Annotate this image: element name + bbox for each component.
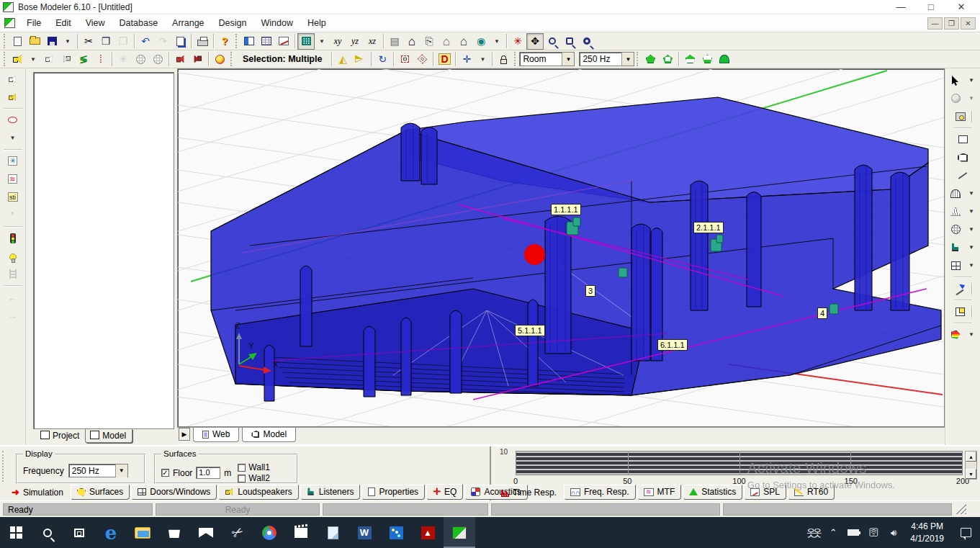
help-button[interactable]: ?	[216, 33, 233, 50]
coverage-a-button[interactable]	[681, 51, 698, 68]
speaker-pair-button[interactable]	[40, 51, 58, 68]
chevron-down-icon[interactable]: ▼	[562, 53, 574, 66]
camera-view-button[interactable]: ◉	[472, 33, 490, 50]
toolbar-grip[interactable]	[637, 52, 639, 66]
back-button[interactable]: ←	[4, 289, 22, 305]
curved-wall-dropdown[interactable]: ▼	[964, 185, 979, 202]
ellipse-dropdown[interactable]: ▼	[6, 130, 20, 146]
view-yz-button[interactable]: yz	[346, 33, 364, 50]
close-button[interactable]: ✕	[956, 1, 967, 12]
menu-help[interactable]: Help	[300, 16, 333, 30]
loudspeaker-dropdown[interactable]: ▼	[26, 51, 40, 68]
curtain-button[interactable]	[716, 51, 733, 68]
ellipse-tool-button[interactable]	[4, 112, 22, 128]
star-tool-button[interactable]: ✳	[114, 51, 132, 68]
speaker-label[interactable]: 3	[585, 285, 595, 297]
toolbar-grip[interactable]	[514, 52, 517, 66]
task-view-button[interactable]	[63, 517, 95, 548]
notepad-button[interactable]	[317, 517, 349, 548]
echo-button[interactable]: ❜	[4, 207, 22, 223]
tab-loudspeakers[interactable]: Loudspeakers	[218, 485, 298, 500]
loudspeaker-button[interactable]	[9, 51, 26, 68]
sti-button[interactable]: sti	[4, 189, 22, 205]
start-button[interactable]	[0, 517, 32, 548]
array-wizard-button[interactable]: ≶	[75, 51, 92, 68]
speaker-label[interactable]: 1.1.1.1	[551, 204, 581, 215]
traffic-light-button[interactable]	[4, 230, 22, 246]
project-window-button[interactable]	[240, 33, 258, 50]
measure-tool-button[interactable]	[952, 108, 969, 125]
floor-height-input[interactable]: 1.0	[196, 467, 220, 479]
volume-icon[interactable]: 🔊︎	[884, 517, 903, 548]
toolbar-grip[interactable]	[4, 52, 6, 66]
ungroup-button[interactable]	[413, 51, 431, 68]
tab-surfaces[interactable]: Surfaces	[71, 485, 130, 500]
surface-hollow-button[interactable]	[659, 51, 676, 68]
solo-speaker-button[interactable]	[189, 51, 206, 68]
new-document-button[interactable]	[9, 33, 26, 50]
direct-field-button[interactable]: D	[436, 51, 453, 68]
speaker-label[interactable]: 5.1.1.1	[515, 325, 545, 336]
mapping-tool-button[interactable]	[947, 326, 964, 343]
tab-simulation[interactable]: ➜ Simulation	[6, 484, 69, 500]
fan-surface-button[interactable]	[947, 203, 964, 220]
mirror-h-button[interactable]: ◭	[351, 51, 369, 68]
zoom-window-button[interactable]	[561, 33, 578, 50]
origin-dropdown[interactable]: ▼	[475, 51, 490, 68]
save-dropdown[interactable]: ▼	[60, 33, 75, 50]
rotate-button[interactable]: ↻	[374, 51, 391, 68]
action-center-button[interactable]	[951, 517, 980, 548]
chart-scrollbar[interactable]: ▲ ▼	[965, 451, 977, 480]
minimize-button[interactable]: —	[895, 1, 907, 12]
speaker-pair-a-button[interactable]	[4, 71, 22, 87]
cut-button[interactable]: ✂	[80, 33, 97, 50]
search-button[interactable]	[32, 517, 63, 548]
speaker-pair-b-button[interactable]	[4, 89, 22, 105]
copy-button[interactable]: ❐	[97, 33, 114, 50]
speaker-label[interactable]: 2.1.1.1	[693, 222, 724, 233]
balloon-button[interactable]	[132, 51, 149, 68]
project-tree-area[interactable]	[33, 72, 174, 429]
edge-button[interactable]: e	[95, 517, 127, 548]
frequency-combo[interactable]: 250 Hz ▼	[579, 52, 634, 66]
axes-button[interactable]: ✳	[509, 33, 526, 50]
menu-file[interactable]: File	[19, 16, 48, 30]
coverage-b-button[interactable]	[698, 51, 716, 68]
word-button[interactable]: W	[349, 517, 380, 548]
rectangle-tool-button[interactable]	[954, 131, 971, 148]
wall2-checkbox[interactable]	[238, 475, 246, 482]
grid-toggle-button[interactable]	[297, 33, 315, 50]
menu-database[interactable]: Database	[112, 16, 166, 30]
tab-model[interactable]: Model	[85, 429, 132, 443]
photos-app-button[interactable]	[380, 517, 412, 548]
listener-tool-button[interactable]	[947, 239, 964, 256]
people-icon[interactable]: 옷옷	[804, 517, 822, 548]
export-report-button[interactable]	[171, 33, 189, 50]
listener-position-marker[interactable]	[524, 244, 545, 265]
chevron-down-icon[interactable]: ▼	[621, 53, 634, 66]
render-ball-button[interactable]	[211, 51, 228, 68]
mail-button[interactable]	[190, 517, 222, 548]
ray-trace-button[interactable]: ≋	[4, 171, 22, 187]
tab-statistics[interactable]: Statistics	[683, 485, 742, 500]
acrobat-button[interactable]: ▲	[412, 517, 444, 548]
menu-view[interactable]: View	[78, 16, 112, 30]
file-explorer-button[interactable]	[127, 517, 158, 548]
floor-checkbox[interactable]: ✓	[161, 469, 169, 477]
panel-grip[interactable]	[2, 451, 5, 482]
print-button[interactable]	[194, 33, 211, 50]
tab-scroll-button[interactable]: ▶	[179, 428, 190, 441]
mdi-minimize-button[interactable]: —	[927, 17, 943, 30]
point-source-button[interactable]: ✳	[4, 153, 22, 169]
toolbar-grip[interactable]	[235, 34, 238, 48]
data-table-button[interactable]	[258, 33, 275, 50]
open-view-button[interactable]: ⎘	[421, 33, 438, 50]
select-dropdown[interactable]: ▼	[964, 72, 979, 89]
store-button[interactable]	[158, 517, 190, 548]
menu-window[interactable]: Window	[254, 16, 300, 30]
tab-listeners[interactable]: Listeners	[300, 485, 361, 500]
scroll-up-button[interactable]: ▲	[966, 452, 976, 462]
paint-tool-button[interactable]	[947, 90, 964, 107]
flag-normal-button[interactable]	[952, 280, 969, 297]
house-rotate-button[interactable]: ⌂	[438, 33, 455, 50]
